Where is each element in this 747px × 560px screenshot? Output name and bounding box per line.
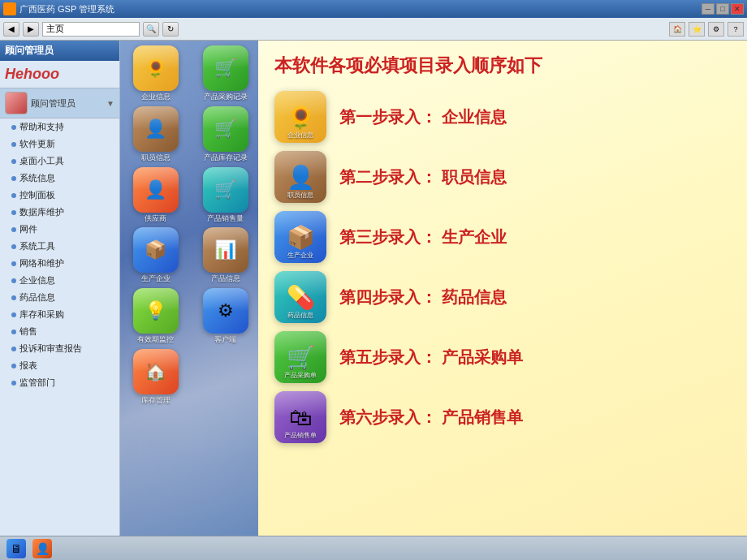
step-number: 第四步录入： bbox=[339, 288, 442, 306]
go-button[interactable]: 🔍 bbox=[143, 22, 159, 37]
sidebar-item-5[interactable]: 数据库维护 bbox=[0, 204, 119, 221]
app-icon-0[interactable]: 🌻企业信息 bbox=[125, 45, 186, 101]
sidebar-item-3[interactable]: 系统信息 bbox=[0, 170, 119, 187]
app-icon-4[interactable]: 👤供应商 bbox=[125, 167, 186, 223]
app-icon-image: 👤 bbox=[133, 106, 179, 152]
nav-item-label: 库存和采购 bbox=[19, 308, 64, 321]
app-icon-image: 🌻 bbox=[133, 45, 179, 91]
step-number: 第六步录入： bbox=[339, 408, 442, 426]
sidebar-item-7[interactable]: 系统工具 bbox=[0, 238, 119, 255]
status-icon-2[interactable]: 👤 bbox=[32, 539, 52, 558]
app-icon-9[interactable]: ⚙客户端 bbox=[195, 288, 256, 344]
app-icon-label: 企业信息 bbox=[125, 93, 186, 101]
sidebar-item-14[interactable]: 报表 bbox=[0, 357, 119, 374]
window-title: 广西医药 GSP 管理系统 bbox=[19, 3, 702, 15]
nav-item-label: 系统工具 bbox=[19, 240, 55, 252]
app-icon-label: 产品采购记录 bbox=[195, 93, 256, 101]
step-icon-6[interactable]: 🛍产品销售单 bbox=[274, 391, 326, 443]
nav-bullet-icon bbox=[11, 278, 16, 283]
minimize-button[interactable]: ─ bbox=[702, 3, 715, 15]
address-input[interactable] bbox=[42, 22, 140, 37]
nav-item-label: 药品信息 bbox=[19, 291, 55, 304]
sidebar-user[interactable]: 顾问管理员 ▼ bbox=[0, 88, 119, 118]
sidebar-item-1[interactable]: 软件更新 bbox=[0, 136, 119, 153]
step-number: 第二步录入： bbox=[339, 168, 442, 186]
sidebar-item-11[interactable]: 库存和采购 bbox=[0, 306, 119, 323]
maximize-button[interactable]: □ bbox=[716, 3, 729, 15]
step-icon-2[interactable]: 👤职员信息 bbox=[274, 151, 326, 203]
sidebar-item-12[interactable]: 销售 bbox=[0, 323, 119, 340]
refresh-button[interactable]: ↻ bbox=[162, 22, 179, 37]
sidebar-item-6[interactable]: 网件 bbox=[0, 221, 119, 238]
step-number: 第三步录入： bbox=[339, 228, 442, 246]
step-icon-label-4: 药品信息 bbox=[274, 311, 326, 320]
sidebar-item-10[interactable]: 药品信息 bbox=[0, 289, 119, 306]
app-icon-10[interactable]: 🏠库存管理 bbox=[125, 349, 186, 405]
sidebar-item-4[interactable]: 控制面板 bbox=[0, 187, 119, 204]
app-icon-image: 🛒 bbox=[203, 167, 248, 213]
app-icon-8[interactable]: 💡有效期监控 bbox=[125, 288, 186, 344]
app-icon-image: 📊 bbox=[203, 227, 248, 273]
sidebar-item-0[interactable]: 帮助和支持 bbox=[0, 118, 119, 136]
app-icon-3[interactable]: 🛒产品库存记录 bbox=[195, 106, 256, 162]
forward-button[interactable]: ▶ bbox=[23, 22, 39, 37]
help-icon[interactable]: ? bbox=[728, 22, 744, 37]
app-icon-label: 供应商 bbox=[125, 214, 186, 223]
star-icon[interactable]: ⭐ bbox=[689, 22, 705, 37]
app-icon-label: 产品库存记录 bbox=[195, 153, 256, 162]
step-icon-1[interactable]: 🌻企业信息 bbox=[274, 91, 326, 143]
sidebar-item-8[interactable]: 网络和维护 bbox=[0, 255, 119, 272]
app-icon-image: 🛒 bbox=[203, 45, 248, 91]
step-text-1: 第一步录入： 企业信息 bbox=[339, 106, 507, 128]
app-icon-5[interactable]: 🛒产品销售量 bbox=[195, 167, 256, 223]
app-icon-label: 库存管理 bbox=[125, 396, 186, 405]
step-number: 第五步录入： bbox=[339, 348, 442, 366]
step-item-1: 🌻企业信息第一步录入： 企业信息 bbox=[274, 91, 731, 143]
content-title: 本软件各项必填项目录入顺序如下 bbox=[274, 54, 731, 78]
sidebar-item-9[interactable]: 企业信息 bbox=[0, 272, 119, 289]
step-text-3: 第三步录入： 生产企业 bbox=[339, 226, 507, 248]
status-icon-1[interactable]: 🖥 bbox=[6, 539, 26, 558]
nav-bullet-icon bbox=[11, 364, 16, 368]
nav-bullet-icon bbox=[11, 176, 16, 181]
app-icon-6[interactable]: 📦生产企业 bbox=[125, 227, 186, 283]
app-icon-label: 客户端 bbox=[195, 335, 256, 344]
back-button[interactable]: ◀ bbox=[3, 22, 19, 37]
home-icon[interactable]: 🏠 bbox=[669, 22, 685, 37]
nav-item-label: 控制面板 bbox=[19, 189, 55, 201]
window-controls: ─ □ ✕ bbox=[702, 3, 744, 15]
step-icon-label-2: 职员信息 bbox=[274, 191, 326, 200]
sidebar-item-2[interactable]: 桌面小工具 bbox=[0, 153, 119, 170]
step-item-4: 💊药品信息第四步录入： 药品信息 bbox=[274, 271, 731, 323]
app-icon-1[interactable]: 🛒产品采购记录 bbox=[195, 45, 256, 101]
sidebar: 顾问管理员 Hehooo 顾问管理员 ▼ 帮助和支持软件更新桌面小工具系统信息控… bbox=[0, 41, 120, 536]
app-icon-label: 产品销售量 bbox=[195, 214, 256, 223]
step-icon-4[interactable]: 💊药品信息 bbox=[274, 271, 326, 323]
sidebar-item-13[interactable]: 投诉和审查报告 bbox=[0, 340, 119, 357]
settings-icon[interactable]: ⚙ bbox=[708, 22, 724, 37]
nav-bullet-icon bbox=[11, 244, 16, 249]
nav-bullet-icon bbox=[11, 261, 16, 266]
app-icon-7[interactable]: 📊产品信息 bbox=[195, 227, 256, 283]
nav-item-label: 监管部门 bbox=[19, 377, 55, 389]
address-bar: ◀ ▶ 🔍 ↻ 🏠 ⭐ ⚙ ? bbox=[0, 18, 747, 41]
step-item-5: 🛒产品采购单第五步录入： 产品采购单 bbox=[274, 331, 731, 383]
step-icon-5[interactable]: 🛒产品采购单 bbox=[274, 331, 326, 383]
sidebar-nav: 帮助和支持软件更新桌面小工具系统信息控制面板数据库维护网件系统工具网络和维护企业… bbox=[0, 118, 119, 536]
content-area: 本软件各项必填项目录入顺序如下 🌻企业信息第一步录入： 企业信息👤职员信息第二步… bbox=[258, 41, 747, 536]
nav-bullet-icon bbox=[11, 330, 16, 334]
app-icon-image: 🛒 bbox=[203, 106, 248, 152]
step-name: 生产企业 bbox=[442, 228, 507, 246]
step-list: 🌻企业信息第一步录入： 企业信息👤职员信息第二步录入： 职员信息📦生产企业第三步… bbox=[274, 91, 731, 443]
step-icon-3[interactable]: 📦生产企业 bbox=[274, 211, 326, 263]
nav-item-label: 企业信息 bbox=[19, 274, 55, 286]
sidebar-logo: Hehooo bbox=[0, 61, 119, 88]
nav-bullet-icon bbox=[11, 312, 16, 317]
sidebar-item-15[interactable]: 监管部门 bbox=[0, 374, 119, 391]
close-button[interactable]: ✕ bbox=[731, 3, 744, 15]
nav-item-label: 帮助和支持 bbox=[19, 121, 64, 133]
nav-item-label: 数据库维护 bbox=[19, 206, 64, 218]
nav-item-label: 桌面小工具 bbox=[19, 155, 64, 167]
user-avatar bbox=[5, 92, 28, 114]
app-icon-2[interactable]: 👤职员信息 bbox=[125, 106, 186, 162]
